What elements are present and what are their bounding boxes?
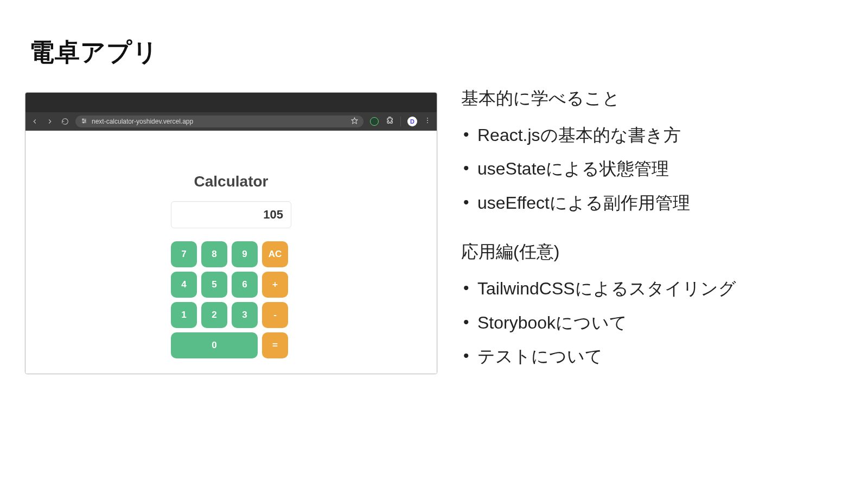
svg-point-7 [427,118,428,119]
address-bar[interactable]: next-calculator-yoshidev.vercel.app [75,115,363,127]
back-icon[interactable] [31,118,39,125]
key-0[interactable]: 0 [171,332,258,358]
key-ac[interactable]: AC [262,241,288,267]
toolbar: next-calculator-yoshidev.vercel.app D [25,112,437,131]
key-equals[interactable]: = [262,332,288,358]
extensions-icon[interactable] [385,116,394,127]
section-heading-advanced: 応用編(任意) [461,240,852,264]
key-7[interactable]: 7 [171,241,197,267]
section-heading-basic: 基本的に学べること [461,87,852,111]
toolbar-separator [400,117,401,126]
slide-title: 電卓アプリ [29,36,158,69]
list-item: useStateによる状態管理 [461,156,852,181]
list-item: React.jsの基本的な書き方 [461,123,852,147]
toolbar-right: D [370,116,431,127]
svg-point-4 [85,120,86,121]
info-column: 基本的に学べること React.jsの基本的な書き方 useStateによる状態… [461,87,852,377]
svg-point-3 [82,119,84,120]
forward-icon[interactable] [46,118,54,125]
browser-frame: next-calculator-yoshidev.vercel.app D Ca… [25,92,437,374]
page-viewport: Calculator 105 7 8 9 AC 4 5 6 + 1 2 3 - … [25,131,437,374]
svg-point-8 [427,120,428,121]
calculator-heading: Calculator [25,173,437,190]
key-5[interactable]: 5 [201,272,227,298]
list-item: テストについて [461,344,852,369]
url-text: next-calculator-yoshidev.vercel.app [92,118,193,125]
bookmark-star-icon[interactable] [351,117,358,126]
key-plus[interactable]: + [262,272,288,298]
svg-point-9 [427,122,428,123]
key-minus[interactable]: - [262,302,288,328]
reload-icon[interactable] [61,118,69,125]
key-3[interactable]: 3 [232,302,258,328]
list-item: TailwindCSSによるスタイリング [461,276,852,301]
svg-marker-6 [352,118,358,124]
basic-list: React.jsの基本的な書き方 useStateによる状態管理 useEffe… [461,123,852,215]
key-4[interactable]: 4 [171,272,197,298]
nav-buttons [31,118,69,125]
list-item: useEffectによる副作用管理 [461,190,852,215]
kebab-menu-icon[interactable] [424,117,431,126]
calculator-display: 105 [171,201,291,228]
key-8[interactable]: 8 [201,241,227,267]
extension-dot-icon[interactable] [370,117,379,126]
key-6[interactable]: 6 [232,272,258,298]
advanced-list: TailwindCSSによるスタイリング Storybookについて テストにつ… [461,276,852,369]
site-settings-icon[interactable] [81,118,87,126]
tab-strip [25,93,437,112]
key-9[interactable]: 9 [232,241,258,267]
key-2[interactable]: 2 [201,302,227,328]
profile-avatar-icon[interactable]: D [407,117,417,126]
calculator-keypad: 7 8 9 AC 4 5 6 + 1 2 3 - 0 = [171,241,291,358]
svg-point-5 [83,122,84,123]
key-1[interactable]: 1 [171,302,197,328]
list-item: Storybookについて [461,310,852,335]
